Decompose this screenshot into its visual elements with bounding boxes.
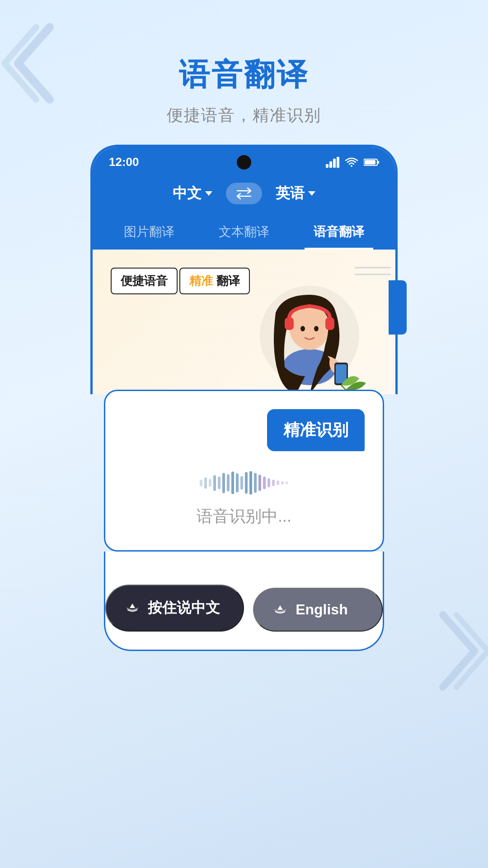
camera-notch [237, 155, 251, 170]
tab-voice-translate[interactable]: 语音翻译 [305, 218, 373, 250]
tab-image-translate[interactable]: 图片翻译 [115, 218, 183, 250]
deco-lines [355, 263, 391, 286]
svg-rect-5 [377, 161, 379, 164]
phone-frame-bottom: 按住说中文 English [104, 552, 384, 651]
tab-text-translate[interactable]: 文本翻译 [210, 218, 278, 250]
audio-waveform [123, 469, 365, 496]
swap-languages-button[interactable] [226, 183, 262, 204]
status-bar: 12:00 [93, 147, 395, 174]
target-lang-dropdown-icon [308, 191, 315, 196]
svg-rect-10 [285, 317, 294, 330]
deco-chevron-bottom-right [434, 606, 488, 714]
voice-chinese-label: 按住说中文 [148, 598, 220, 618]
recognition-bubble: 精准识别 [267, 409, 365, 451]
svg-rect-0 [326, 164, 328, 168]
svg-rect-3 [337, 157, 339, 168]
illustration-bubbles: 便捷语音 精准 翻译 [111, 268, 250, 300]
page-subtitle: 便捷语音，精准识别 [0, 104, 488, 127]
phone-frame-top: 12:00 [90, 145, 398, 394]
popup-panel: 精准识别 语音识别中... [104, 390, 384, 552]
language-bar: 中文 英语 [93, 174, 395, 213]
source-language[interactable]: 中文 [173, 184, 212, 203]
mic-english-icon [272, 602, 288, 618]
swap-icon [235, 187, 253, 200]
phone-illustration: 便捷语音 精准 翻译 [93, 250, 395, 394]
tab-bar: 图片翻译 文本翻译 语音翻译 [93, 213, 395, 250]
status-icons [326, 157, 379, 168]
title-section: 语音翻译 便捷语音，精准识别 [0, 0, 488, 145]
svg-rect-6 [365, 160, 375, 165]
bubble-2: 精准 翻译 [179, 268, 249, 294]
page-title: 语音翻译 [0, 54, 488, 95]
svg-point-13 [314, 326, 319, 331]
recognition-status: 语音识别中... [123, 505, 365, 528]
voice-button-chinese[interactable]: 按住说中文 [105, 585, 244, 632]
person-illustration [251, 268, 368, 394]
voice-button-english[interactable]: English [253, 588, 383, 632]
svg-rect-2 [333, 159, 336, 168]
svg-rect-1 [329, 161, 332, 168]
svg-point-12 [300, 326, 305, 331]
signal-icon [326, 157, 339, 168]
phone-mockup: 12:00 [90, 145, 398, 651]
battery-icon [364, 158, 379, 166]
status-time: 12:00 [109, 155, 139, 169]
phone-side-deco [389, 280, 407, 335]
deco-chevron-top-left [0, 18, 63, 145]
source-lang-dropdown-icon [205, 191, 212, 196]
wifi-icon [345, 157, 358, 168]
target-language[interactable]: 英语 [276, 184, 315, 203]
illustration-area: 便捷语音 精准 翻译 [93, 250, 395, 394]
svg-rect-11 [325, 317, 334, 330]
voice-english-label: English [296, 601, 348, 618]
bubble-1: 便捷语音 [111, 268, 178, 294]
mic-chinese-icon [124, 600, 141, 616]
